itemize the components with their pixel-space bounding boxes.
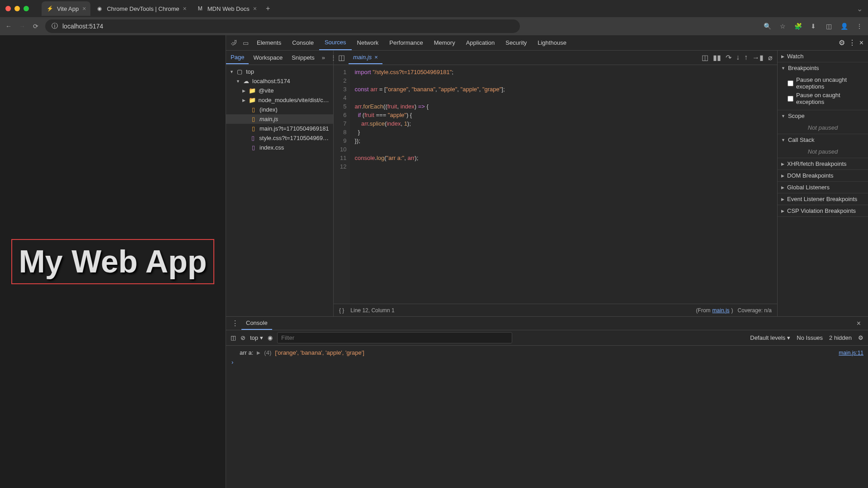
new-tab-button[interactable]: + xyxy=(262,5,274,13)
sources-subtab-bar: Page Workspace Snippets » ⋮ xyxy=(226,51,333,65)
editor-file-tab[interactable]: main.js × xyxy=(349,51,382,64)
section-global-listeners[interactable]: ▶Global Listeners xyxy=(778,182,868,193)
section-xhr[interactable]: ▶XHR/fetch Breakpoints xyxy=(778,158,868,170)
section-watch[interactable]: ▶Watch xyxy=(778,51,868,62)
drawer-menu-icon[interactable]: ⋮ xyxy=(229,319,241,328)
step-out-icon[interactable]: ↑ xyxy=(744,53,748,62)
pause-icon[interactable]: ▮▮ xyxy=(713,53,721,62)
reload-button[interactable]: ⟳ xyxy=(32,22,40,30)
close-tab-icon[interactable]: × xyxy=(253,5,257,12)
minimize-window-button[interactable] xyxy=(14,6,20,11)
toggle-navigator-icon[interactable]: ◫ xyxy=(338,53,345,62)
hidden-label[interactable]: 2 hidden xyxy=(829,334,852,341)
tab-memory[interactable]: Memory xyxy=(429,36,461,50)
footer-from-link[interactable]: main.js xyxy=(712,307,730,314)
tab-security[interactable]: Security xyxy=(500,36,532,50)
maximize-window-button[interactable] xyxy=(24,6,29,11)
zoom-icon[interactable]: 🔍 xyxy=(763,22,771,30)
toggle-sidebar-icon[interactable]: ◫ xyxy=(231,334,236,341)
checkbox[interactable] xyxy=(788,96,793,102)
log-row[interactable]: arr a: ▶ (4) ['orange', 'banana', 'apple… xyxy=(231,348,863,357)
close-file-icon[interactable]: × xyxy=(374,54,378,61)
code-editor[interactable]: 123456789101112 import "/style.css?t=171… xyxy=(334,65,777,304)
device-toolbar-icon[interactable]: ▭ xyxy=(240,39,251,47)
section-event-listener-bp[interactable]: ▶Event Listener Breakpoints xyxy=(778,193,868,205)
subtab-snippets[interactable]: Snippets xyxy=(287,52,319,64)
back-button[interactable]: ← xyxy=(5,22,13,30)
bookmark-icon[interactable]: ☆ xyxy=(778,22,787,30)
deactivate-breakpoints-icon[interactable]: ⌀ xyxy=(768,53,773,62)
close-tab-icon[interactable]: × xyxy=(82,5,86,12)
tab-application[interactable]: Application xyxy=(461,36,500,50)
downloads-icon[interactable]: ⬇ xyxy=(809,22,817,30)
section-dom[interactable]: ▶DOM Breakpoints xyxy=(778,170,868,182)
tab-console[interactable]: Console xyxy=(287,36,319,50)
inspect-element-icon[interactable]: ⮰ xyxy=(228,39,240,47)
site-info-icon[interactable]: ⓘ xyxy=(52,22,58,30)
console-prompt[interactable]: › xyxy=(231,357,863,367)
caret-right-icon: ▶ xyxy=(781,174,784,178)
tree-node-host[interactable]: ▼ ☁ localhost:5174 xyxy=(226,76,333,86)
step-icon[interactable]: →▮ xyxy=(752,53,764,62)
step-into-icon[interactable]: ↓ xyxy=(736,53,740,62)
tree-file-index[interactable]: ▯ (index) xyxy=(226,105,333,114)
menu-icon[interactable]: ⋮ xyxy=(855,22,863,30)
browser-tab-mdn[interactable]: M MDN Web Docs × xyxy=(192,1,261,16)
close-drawer-icon[interactable]: × xyxy=(852,319,865,328)
tree-file-mainjs-ts[interactable]: ▯ main.js?t=1710504969181 xyxy=(226,124,333,133)
drawer-tab-console[interactable]: Console xyxy=(241,317,272,330)
more-icon[interactable]: ⋮ xyxy=(849,38,856,47)
close-tab-icon[interactable]: × xyxy=(183,5,187,12)
toggle-debugger-icon[interactable]: ◫ xyxy=(702,53,708,62)
settings-icon[interactable]: ⚙ xyxy=(839,38,845,47)
tree-file-stylecss-ts[interactable]: ▯ style.css?t=1710504969181 xyxy=(226,133,333,143)
step-over-icon[interactable]: ↷ xyxy=(726,53,731,62)
line-gutter: 123456789101112 xyxy=(334,65,350,304)
console-filter-input[interactable] xyxy=(277,332,512,343)
levels-select[interactable]: Default levels ▾ xyxy=(750,334,790,341)
tab-lighthouse[interactable]: Lighthouse xyxy=(532,36,572,50)
app-heading: My Web App xyxy=(19,244,207,280)
tree-node-top[interactable]: ▼ ▢ top xyxy=(226,67,333,76)
subtab-workspace[interactable]: Workspace xyxy=(249,52,287,64)
tab-elements[interactable]: Elements xyxy=(251,36,287,50)
more-tabs-icon[interactable]: » xyxy=(320,54,327,61)
tab-sources[interactable]: Sources xyxy=(319,35,352,50)
tab-network[interactable]: Network xyxy=(352,36,384,50)
live-expression-icon[interactable]: ◉ xyxy=(268,334,273,341)
subtab-page[interactable]: Page xyxy=(226,51,249,64)
checkbox[interactable] xyxy=(788,80,793,86)
pretty-print-icon[interactable]: { } xyxy=(339,307,344,314)
address-bar[interactable]: ⓘ localhost:5174 xyxy=(45,19,520,33)
close-devtools-icon[interactable]: × xyxy=(859,39,863,47)
tree-file-indexcss[interactable]: ▯ index.css xyxy=(226,143,333,152)
extensions-icon[interactable]: 🧩 xyxy=(794,22,802,30)
browser-tab-vite[interactable]: ⚡ Vite App × xyxy=(42,1,90,16)
pause-uncaught-row[interactable]: Pause on uncaught exceptions xyxy=(788,75,863,91)
tree-node-vite[interactable]: ▶ 📁 @vite xyxy=(226,86,333,95)
console-settings-icon[interactable]: ⚙ xyxy=(858,334,863,341)
section-csp-bp[interactable]: ▶CSP Violation Breakpoints xyxy=(778,205,868,217)
pause-caught-row[interactable]: Pause on caught exceptions xyxy=(788,91,863,106)
expand-caret-icon[interactable]: ▶ xyxy=(257,350,260,355)
console-output[interactable]: arr a: ▶ (4) ['orange', 'banana', 'apple… xyxy=(226,346,868,488)
issues-label[interactable]: No Issues xyxy=(797,334,823,341)
footer-from-prefix: (From xyxy=(696,307,711,314)
close-window-button[interactable] xyxy=(5,6,11,11)
profile-icon[interactable]: 👤 xyxy=(840,22,848,30)
debugger-sidebar: ▶Watch ▼Breakpoints Pause on uncaught ex… xyxy=(778,51,868,316)
log-count: (4) xyxy=(264,349,271,356)
tree-file-mainjs[interactable]: ▯ main.js xyxy=(226,114,333,124)
section-toggle[interactable]: ▼Scope xyxy=(778,110,868,122)
tab-overflow-button[interactable]: ⌄ xyxy=(857,5,863,13)
log-source-link[interactable]: main.js:11 xyxy=(839,350,863,356)
section-toggle[interactable]: ▼Call Stack xyxy=(778,134,868,145)
forward-button[interactable]: → xyxy=(18,22,26,30)
tab-performance[interactable]: Performance xyxy=(384,36,428,50)
context-select[interactable]: top ▾ xyxy=(250,334,263,341)
browser-tab-devtools[interactable]: ◉ Chrome DevTools | Chrome × xyxy=(91,1,191,16)
sidepanel-icon[interactable]: ◫ xyxy=(825,22,833,30)
clear-console-icon[interactable]: ⊘ xyxy=(241,334,245,341)
section-toggle[interactable]: ▼Breakpoints xyxy=(778,62,868,74)
tree-node-nodemodules[interactable]: ▶ 📁 node_modules/vite/dist/client xyxy=(226,95,333,105)
